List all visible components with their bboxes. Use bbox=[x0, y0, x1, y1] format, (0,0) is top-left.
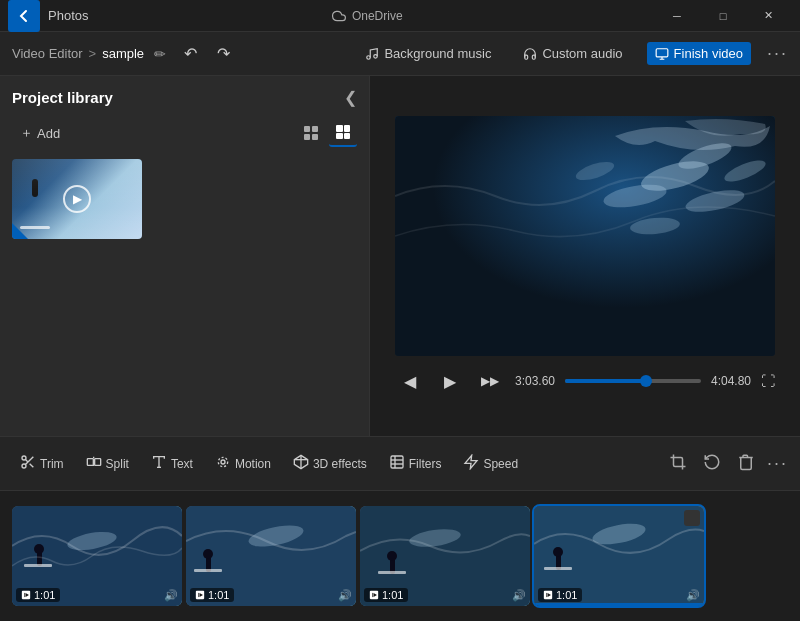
svg-point-29 bbox=[221, 460, 225, 464]
sidebar-title: Project library bbox=[12, 89, 113, 106]
maximize-button[interactable]: □ bbox=[700, 0, 746, 32]
fast-forward-button[interactable]: ▶▶ bbox=[475, 366, 505, 396]
motion-tool-button[interactable]: Motion bbox=[207, 449, 279, 478]
clip-4-audio: 🔊 bbox=[686, 589, 700, 602]
grid-view-small-button[interactable] bbox=[297, 119, 325, 147]
back-button[interactable] bbox=[8, 0, 40, 32]
svg-rect-34 bbox=[391, 456, 403, 468]
close-button[interactable]: ✕ bbox=[746, 0, 792, 32]
title-bar: Photos OneDrive ─ □ ✕ bbox=[0, 0, 800, 32]
clip-active-bar bbox=[534, 603, 704, 606]
svg-point-1 bbox=[374, 54, 378, 58]
redo-button[interactable]: ↷ bbox=[211, 40, 236, 67]
finish-icon bbox=[655, 47, 669, 61]
breadcrumb: Video Editor > sample ✏ bbox=[12, 44, 170, 64]
text-tool-button[interactable]: Text bbox=[143, 449, 201, 478]
onedrive-area: OneDrive bbox=[332, 9, 403, 23]
3d-effects-icon bbox=[293, 454, 309, 473]
svg-rect-4 bbox=[312, 126, 318, 132]
clip-duration-icon bbox=[21, 590, 31, 600]
clip-2-duration: 1:01 bbox=[190, 588, 234, 602]
timeline-more-button[interactable]: ··· bbox=[767, 453, 788, 474]
filters-tool-button[interactable]: Filters bbox=[381, 449, 450, 478]
split-icon bbox=[86, 454, 102, 473]
main-area: Project library ❮ ＋ Add bbox=[0, 76, 800, 436]
edit-toolbar: Trim Split Text Motion 3D effects Filter… bbox=[0, 436, 800, 491]
play-button-overlay[interactable]: ▶ bbox=[63, 185, 91, 213]
grid-large-icon bbox=[335, 124, 351, 140]
more-options-button[interactable]: ··· bbox=[767, 43, 788, 64]
timeline-clip-4[interactable]: 1:01 🔊 bbox=[534, 506, 704, 606]
svg-point-30 bbox=[218, 457, 227, 466]
crop-button[interactable] bbox=[665, 449, 691, 479]
current-time: 3:03.60 bbox=[515, 374, 555, 388]
playback-controls: ◀ ▶ ▶▶ 3:03.60 4:04.80 ⛶ bbox=[395, 366, 775, 396]
timeline-clip-2[interactable]: 1:01 🔊 bbox=[186, 506, 356, 606]
expand-button[interactable]: ⛶ bbox=[761, 373, 775, 389]
video-preview-area: ◀ ▶ ▶▶ 3:03.60 4:04.80 ⛶ bbox=[370, 76, 800, 436]
svg-point-65 bbox=[553, 547, 563, 557]
add-media-button[interactable]: ＋ Add bbox=[12, 120, 68, 146]
rewind-button[interactable]: ◀ bbox=[395, 366, 425, 396]
svg-rect-58 bbox=[378, 571, 406, 574]
clip-1-duration: 1:01 bbox=[16, 588, 60, 602]
svg-rect-24 bbox=[87, 459, 93, 466]
svg-point-41 bbox=[34, 544, 44, 554]
progress-fill bbox=[565, 379, 647, 383]
clip-2-audio: 🔊 bbox=[338, 589, 352, 602]
svg-line-23 bbox=[25, 459, 28, 462]
progress-bar[interactable] bbox=[565, 379, 701, 383]
sidebar-header: Project library ❮ bbox=[12, 88, 357, 107]
svg-rect-25 bbox=[94, 459, 100, 466]
split-tool-button[interactable]: Split bbox=[78, 449, 137, 478]
timeline: 1:01 🔊 1:01 🔊 bbox=[0, 491, 800, 621]
text-icon bbox=[151, 454, 167, 473]
motion-icon bbox=[215, 454, 231, 473]
trim-icon bbox=[20, 454, 36, 473]
background-music-button[interactable]: Background music bbox=[357, 42, 499, 65]
project-library-sidebar: Project library ❮ ＋ Add bbox=[0, 76, 370, 436]
svg-line-22 bbox=[30, 464, 34, 468]
minimize-button[interactable]: ─ bbox=[654, 0, 700, 32]
rotate-button[interactable] bbox=[699, 449, 725, 479]
finish-video-button[interactable]: Finish video bbox=[647, 42, 751, 65]
clip-3-duration: 1:01 bbox=[364, 588, 408, 602]
3d-effects-tool-button[interactable]: 3D effects bbox=[285, 449, 375, 478]
grid-small-icon bbox=[303, 125, 319, 141]
svg-point-49 bbox=[203, 549, 213, 559]
svg-rect-6 bbox=[312, 134, 318, 140]
svg-point-19 bbox=[22, 456, 26, 460]
svg-rect-2 bbox=[656, 48, 668, 56]
clip-4-duration-icon bbox=[543, 590, 553, 600]
clip-1-audio: 🔊 bbox=[164, 589, 178, 602]
delete-button[interactable] bbox=[733, 449, 759, 479]
svg-rect-9 bbox=[336, 133, 343, 139]
trim-tool-button[interactable]: Trim bbox=[12, 449, 72, 478]
video-preview bbox=[395, 116, 775, 356]
toolbar-actions: Background music Custom audio Finish vid… bbox=[357, 42, 788, 65]
timeline-clip-1[interactable]: 1:01 🔊 bbox=[12, 506, 182, 606]
breadcrumb-root[interactable]: Video Editor bbox=[12, 46, 83, 61]
main-toolbar: Video Editor > sample ✏ ↶ ↷ Background m… bbox=[0, 32, 800, 76]
play-button[interactable]: ▶ bbox=[435, 366, 465, 396]
audio-icon bbox=[523, 47, 537, 61]
sidebar-collapse-button[interactable]: ❮ bbox=[344, 88, 357, 107]
media-thumbnail[interactable]: ▶ bbox=[12, 159, 142, 239]
window-controls: ─ □ ✕ bbox=[654, 0, 792, 32]
video-frame bbox=[395, 116, 775, 356]
undo-button[interactable]: ↶ bbox=[178, 40, 203, 67]
clip-4-duration: 1:01 bbox=[538, 588, 582, 602]
crop-icon bbox=[669, 453, 687, 471]
timeline-clip-3[interactable]: 1:01 🔊 bbox=[360, 506, 530, 606]
music-icon bbox=[365, 47, 379, 61]
svg-rect-10 bbox=[344, 133, 350, 139]
svg-rect-5 bbox=[304, 134, 310, 140]
edit-title-button[interactable]: ✏ bbox=[150, 44, 170, 64]
onedrive-label: OneDrive bbox=[352, 9, 403, 23]
view-toggle bbox=[297, 119, 357, 147]
custom-audio-button[interactable]: Custom audio bbox=[515, 42, 630, 65]
speed-tool-button[interactable]: Speed bbox=[455, 449, 526, 478]
svg-rect-66 bbox=[544, 567, 572, 570]
clip-2-duration-icon bbox=[195, 590, 205, 600]
grid-view-large-button[interactable] bbox=[329, 119, 357, 147]
